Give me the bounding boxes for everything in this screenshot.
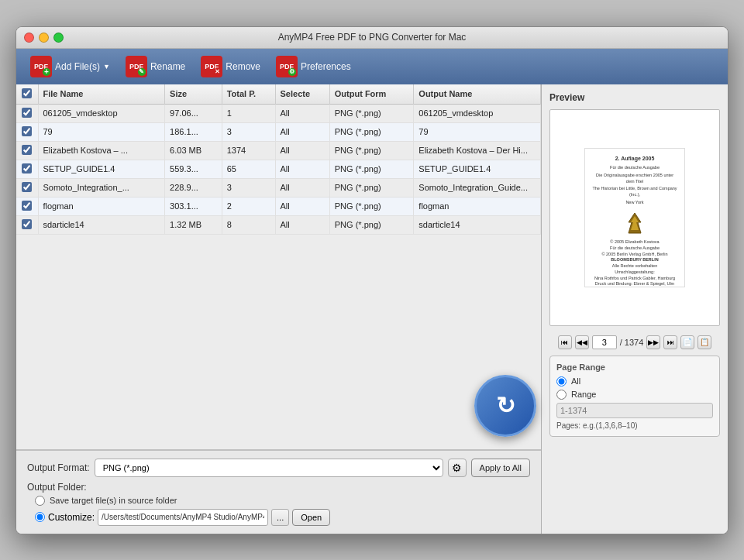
remove-icon: PDF	[201, 56, 222, 77]
convert-button-container: ↻	[474, 375, 536, 437]
range-pages-radio[interactable]	[556, 390, 567, 400]
row-filename: Somoto_Integration_...	[38, 178, 165, 197]
row-filename: 061205_vmdesktop	[38, 104, 165, 122]
add-files-dropdown-arrow[interactable]: ▼	[103, 63, 110, 70]
window-title: AnyMP4 Free PDF to PNG Converter for Mac	[278, 32, 467, 43]
save-source-row: Save target file(s) in source folder	[35, 496, 530, 506]
row-format: PNG (*.png)	[329, 160, 414, 178]
preferences-icon: PDF	[276, 56, 298, 77]
table-row: SETUP_GUIDE1.4 559.3... 65 All PNG (*.pn…	[16, 160, 541, 178]
range-pages-row: Range	[556, 390, 713, 400]
row-format: PNG (*.png)	[329, 197, 414, 215]
table-row: 79 186.1... 3 All PNG (*.png) 79	[16, 122, 541, 141]
select-all-checkbox[interactable]	[22, 88, 32, 98]
row-total: 1	[222, 104, 275, 122]
close-button[interactable]	[24, 33, 34, 43]
range-pages-label: Range	[571, 390, 596, 399]
rename-button[interactable]: PDF Rename	[119, 53, 191, 80]
row-filename: Elizabeth Kostova – ...	[38, 141, 165, 160]
row-format: PNG (*.png)	[329, 122, 414, 141]
export-page-button[interactable]: 📄	[680, 335, 694, 349]
preferences-label: Preferences	[301, 61, 351, 72]
row-checkbox[interactable]	[22, 219, 32, 229]
col-size: Size	[165, 84, 222, 105]
files-list: File Name Size Total P. Selecte Output F…	[16, 84, 541, 235]
row-size: 97.06...	[165, 104, 222, 122]
row-checkbox[interactable]	[22, 163, 32, 173]
page-range-title: Page Range	[556, 362, 713, 372]
add-files-label: Add File(s)	[55, 61, 100, 72]
table-header: File Name Size Total P. Selecte Output F…	[16, 84, 541, 105]
customize-label: Customize:	[48, 512, 95, 523]
rename-label: Rename	[150, 61, 185, 72]
row-checkbox[interactable]	[22, 108, 32, 118]
row-total: 3	[222, 122, 275, 141]
row-filename: sdarticle14	[38, 215, 165, 234]
window-controls[interactable]	[24, 33, 64, 43]
browse-button[interactable]: ...	[271, 509, 289, 526]
add-files-button[interactable]: PDF Add File(s) ▼	[24, 53, 116, 80]
open-button[interactable]: Open	[292, 509, 330, 526]
preferences-button[interactable]: PDF Preferences	[270, 53, 357, 80]
range-input[interactable]	[556, 403, 713, 418]
table-row: Somoto_Integration_... 228.9... 3 All PN…	[16, 178, 541, 197]
row-check[interactable]	[16, 141, 38, 160]
row-filename: 79	[38, 122, 165, 141]
page-number-input[interactable]	[592, 335, 617, 349]
row-checkbox[interactable]	[22, 126, 32, 136]
add-files-icon: PDF	[30, 56, 52, 77]
preview-nav: ⏮ ◀◀ / 1374 ▶▶ ⏭ 📄 📋	[549, 335, 720, 349]
row-check[interactable]	[16, 160, 38, 178]
first-page-button[interactable]: ⏮	[558, 335, 572, 349]
save-source-label: Save target file(s) in source folder	[50, 496, 177, 505]
customize-radio[interactable]	[35, 512, 45, 522]
table-row: Elizabeth Kostova – ... 6.03 MB 1374 All…	[16, 141, 541, 160]
convert-button[interactable]: ↻	[474, 375, 536, 437]
row-select: All	[275, 215, 329, 234]
apply-to-all-button[interactable]: Apply to All	[471, 459, 530, 477]
main-content: File Name Size Total P. Selecte Output F…	[16, 84, 728, 534]
row-check[interactable]	[16, 178, 38, 197]
col-select: Selecte	[275, 84, 329, 105]
row-format: PNG (*.png)	[329, 215, 414, 234]
minimize-button[interactable]	[39, 33, 49, 43]
row-checkbox[interactable]	[22, 145, 32, 155]
row-format: PNG (*.png)	[329, 141, 414, 160]
row-filename: SETUP_GUIDE1.4	[38, 160, 165, 178]
all-pages-radio[interactable]	[556, 376, 567, 387]
row-output: sdarticle14	[414, 215, 541, 234]
table-row: sdarticle14 1.32 MB 8 All PNG (*.png) sd…	[16, 215, 541, 234]
file-table: File Name Size Total P. Selecte Output F…	[16, 84, 541, 450]
row-select: All	[275, 197, 329, 215]
copy-page-button[interactable]: 📋	[698, 335, 711, 349]
titlebar: AnyMP4 Free PDF to PNG Converter for Mac	[16, 27, 728, 49]
format-select[interactable]: PNG (*.png)	[95, 459, 443, 477]
all-pages-label: All	[571, 376, 580, 386]
remove-button[interactable]: PDF Remove	[195, 53, 267, 80]
prev-prev-page-button[interactable]: ◀◀	[575, 335, 589, 349]
last-page-button[interactable]: ⏭	[663, 335, 677, 349]
row-check[interactable]	[16, 122, 38, 141]
next-page-button[interactable]: ▶▶	[646, 335, 660, 349]
pages-example: Pages: e.g.(1,3,6,8–10)	[556, 421, 713, 430]
row-check[interactable]	[16, 104, 38, 122]
path-input[interactable]	[98, 509, 268, 526]
row-check[interactable]	[16, 197, 38, 215]
row-checkbox[interactable]	[22, 201, 32, 211]
row-output: 061205_vmdesktop	[414, 104, 541, 122]
row-select: All	[275, 160, 329, 178]
maximize-button[interactable]	[53, 33, 64, 43]
right-panel: Preview 2. Auflage 2005 Für die deutsche…	[542, 84, 728, 534]
row-check[interactable]	[16, 215, 38, 234]
left-panel: File Name Size Total P. Selecte Output F…	[16, 84, 542, 534]
col-format: Output Form	[329, 84, 414, 105]
format-settings-button[interactable]: ⚙	[448, 459, 467, 477]
row-size: 303.1...	[165, 197, 222, 215]
row-output: Elizabeth Kostova – Der Hi...	[414, 141, 541, 160]
save-source-radio[interactable]	[35, 496, 45, 506]
row-checkbox[interactable]	[22, 182, 32, 192]
row-total: 1374	[222, 141, 275, 160]
row-total: 2	[222, 197, 275, 215]
preview-label: Preview	[549, 92, 720, 103]
col-output: Output Name	[414, 84, 541, 105]
